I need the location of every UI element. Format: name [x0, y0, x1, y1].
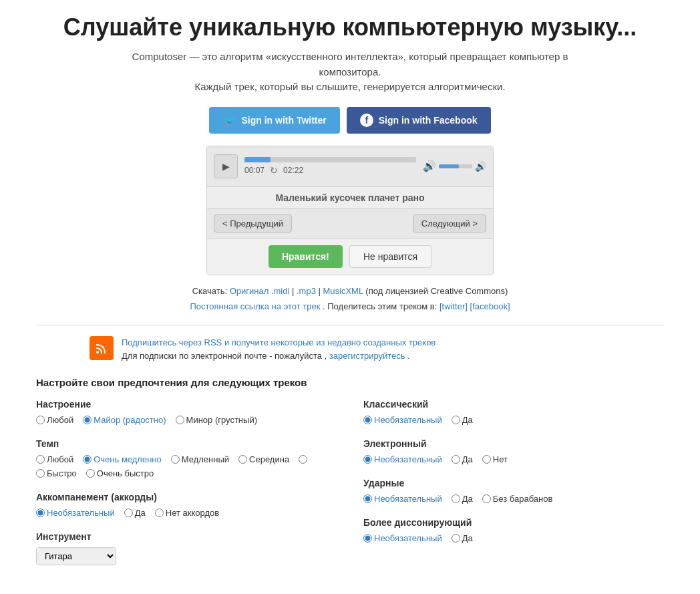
electronic-group: Электронный Необязательный Да Нет	[363, 438, 664, 464]
classical-label: Классический	[363, 399, 664, 410]
electronic-label: Электронный	[363, 438, 664, 449]
accompaniment-group: Аккомпанемент (аккорды) Необязательный Д…	[36, 492, 337, 518]
prev-track-button[interactable]: < Предыдущий	[214, 214, 292, 233]
player-actions: Нравится! Не нравится	[207, 239, 493, 275]
dissonant-group: Более диссонирующий Необязательный Да	[363, 517, 664, 543]
permalink-link[interactable]: Постоянная ссылка на этот трек	[190, 301, 320, 311]
volume-icon: 🔊	[423, 160, 436, 172]
volume-control: 🔊 🔊	[423, 160, 486, 172]
download-sep1: |	[292, 286, 297, 296]
music-player: ▶ 00:07 ↻ 02:22 🔊 🔊 Маленький кусочек п	[206, 146, 494, 275]
mood-major[interactable]: Майор (радостно)	[83, 415, 166, 425]
track-title: Маленький кусочек плачет рано	[207, 187, 493, 209]
electronic-optional[interactable]: Необязательный	[363, 454, 442, 464]
rss-subscribe-link[interactable]: Подпишитесь через RSS и получите некотор…	[122, 337, 435, 347]
like-button[interactable]: Нравится!	[269, 245, 343, 268]
instrument-label: Инструмент	[36, 531, 337, 542]
instrument-select[interactable]: Гитара	[36, 547, 116, 565]
twitter-share-link[interactable]: [twitter]	[440, 301, 468, 311]
tempo-very-fast[interactable]: Быстро	[36, 468, 77, 478]
electronic-no[interactable]: Нет	[482, 454, 508, 464]
time-display: 00:07 ↻ 02:22	[244, 165, 416, 176]
preferences-left: Настроение Любой Майор (радостно) Минор …	[36, 399, 337, 579]
tempo-very-slow[interactable]: Очень медленно	[83, 454, 162, 464]
electronic-options: Необязательный Да Нет	[363, 454, 664, 464]
mood-any[interactable]: Любой	[36, 415, 73, 425]
dissonant-optional[interactable]: Необязательный	[363, 533, 442, 543]
license-text: (под лицензией Creative Commons)	[365, 286, 508, 296]
rss-text: Подпишитесь через RSS и получите некотор…	[122, 336, 435, 364]
section-divider	[36, 325, 664, 325]
classical-yes[interactable]: Да	[452, 415, 473, 425]
download-musicxml-link[interactable]: MusicXML	[323, 286, 363, 296]
drums-label: Ударные	[363, 478, 664, 488]
mood-label: Настроение	[36, 399, 337, 410]
tempo-fast[interactable]	[299, 455, 309, 464]
dissonant-options: Необязательный Да	[363, 533, 664, 543]
rss-email-text: Для подписки по электронной почте - пожа…	[122, 351, 327, 361]
play-button[interactable]: ▶	[214, 154, 238, 178]
drums-group: Ударные Необязательный Да Без барабанов	[363, 478, 664, 504]
rss-section: Подпишитесь через RSS и получите некотор…	[36, 336, 664, 364]
permalink-section: Постоянная ссылка на этот трек . Поделит…	[36, 301, 664, 311]
rss-register-suffix: .	[407, 351, 410, 361]
classical-group: Классический Необязательный Да	[363, 399, 664, 425]
dissonant-yes[interactable]: Да	[452, 533, 473, 543]
rss-icon	[90, 336, 114, 360]
drums-no[interactable]: Без барабанов	[482, 494, 553, 504]
page-title: Слушайте уникальную компьютерную музыку.…	[36, 13, 664, 41]
share-text: . Поделитесь этим треком в:	[323, 301, 437, 311]
download-sep2: |	[319, 286, 323, 296]
facebook-signin-button[interactable]: f Sign in with Facebook	[347, 107, 491, 134]
classical-optional[interactable]: Необязательный	[363, 415, 442, 425]
tempo-options: Любой Очень медленно Медленный Середина	[36, 454, 337, 478]
drums-options: Необязательный Да Без барабанов	[363, 494, 664, 504]
drums-optional[interactable]: Необязательный	[363, 494, 442, 504]
auth-buttons-container: 🐦 Sign in with Twitter f Sign in with Fa…	[36, 107, 664, 134]
progress-bar[interactable]	[244, 157, 416, 162]
preferences-right: Классический Необязательный Да Электронн…	[363, 399, 664, 579]
volume-max-icon: 🔊	[475, 161, 486, 172]
twitter-signin-button[interactable]: 🐦 Sign in with Twitter	[209, 107, 339, 134]
accompaniment-label: Аккомпанемент (аккорды)	[36, 492, 337, 502]
download-prefix: Скачать:	[192, 286, 227, 296]
dislike-button[interactable]: Не нравится	[349, 245, 431, 268]
dissonant-label: Более диссонирующий	[363, 517, 664, 528]
tempo-very-fast2[interactable]: Очень быстро	[86, 468, 154, 478]
player-navigation: < Предыдущий Следующий >	[207, 209, 493, 239]
preferences-title: Настройте свои предпочтения для следующи…	[36, 377, 664, 388]
total-time: 02:22	[283, 166, 303, 175]
page-subtitle: Computoser — это алгоритм «искусственног…	[36, 49, 664, 95]
accompaniment-options: Необязательный Да Нет аккордов	[36, 508, 337, 518]
rss-register-link[interactable]: зарегистрируйтесь	[329, 351, 405, 361]
download-section: Скачать: Оригинал .midi | .mp3 | MusicXM…	[36, 286, 664, 296]
accompaniment-no[interactable]: Нет аккордов	[155, 508, 219, 518]
twitter-icon: 🐦	[222, 114, 236, 126]
current-time: 00:07	[244, 166, 265, 175]
tempo-any[interactable]: Любой	[36, 454, 73, 464]
player-controls: ▶ 00:07 ↻ 02:22 🔊 🔊	[207, 146, 493, 187]
accompaniment-optional[interactable]: Необязательный	[36, 508, 115, 518]
preferences-grid: Настроение Любой Майор (радостно) Минор …	[36, 399, 664, 579]
repeat-icon[interactable]: ↻	[270, 165, 278, 176]
volume-fill	[439, 164, 459, 168]
mood-group: Настроение Любой Майор (радостно) Минор …	[36, 399, 337, 425]
next-track-button[interactable]: Следующий >	[413, 214, 486, 233]
tempo-slow[interactable]: Медленный	[171, 454, 229, 464]
progress-area: 00:07 ↻ 02:22	[244, 157, 416, 176]
accompaniment-yes[interactable]: Да	[124, 508, 146, 518]
electronic-yes[interactable]: Да	[452, 454, 473, 464]
tempo-label: Темп	[36, 438, 337, 449]
svg-point-0	[96, 351, 99, 353]
classical-options: Необязательный Да	[363, 415, 664, 425]
download-midi-link[interactable]: Оригинал .midi	[230, 286, 290, 296]
volume-bar[interactable]	[439, 164, 472, 168]
instrument-group: Инструмент Гитара	[36, 531, 337, 565]
mood-minor[interactable]: Минор (грустный)	[176, 415, 257, 425]
mood-options: Любой Майор (радостно) Минор (грустный)	[36, 415, 337, 425]
drums-yes[interactable]: Да	[452, 494, 473, 504]
tempo-group: Темп Любой Очень медленно Медленный Сере…	[36, 438, 337, 478]
download-mp3-link[interactable]: .mp3	[297, 286, 316, 296]
facebook-share-link[interactable]: [facebook]	[470, 301, 510, 311]
tempo-middle[interactable]: Середина	[238, 454, 289, 464]
